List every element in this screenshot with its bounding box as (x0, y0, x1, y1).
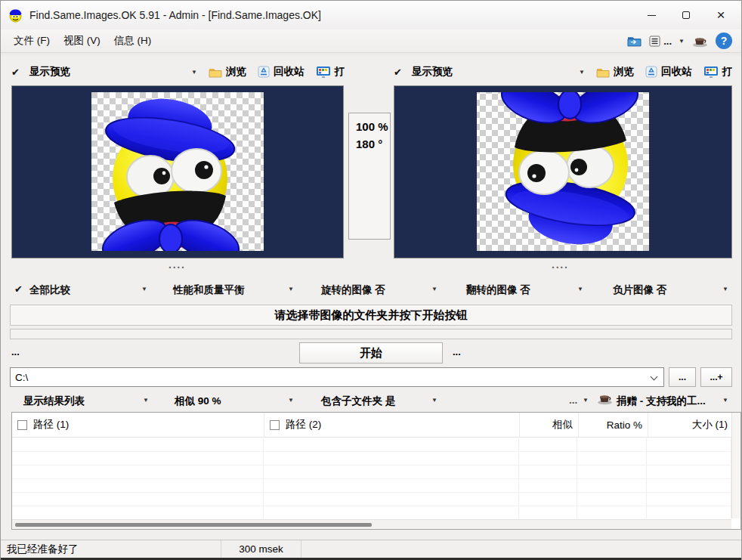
splitter-grip-right[interactable]: ···· (552, 261, 569, 274)
subfolders-dropdown[interactable]: 包含子文件夹 是 (321, 394, 395, 408)
folder-icon (596, 67, 610, 78)
quick-menu-label[interactable]: ... (663, 36, 672, 47)
column-ratio-label: Ratio % (607, 419, 642, 431)
open-left-button[interactable]: 打 (316, 65, 345, 79)
help-icon[interactable]: ? (716, 32, 732, 49)
table-vertical-scrollbar[interactable] (731, 413, 740, 518)
start-button[interactable]: 开始 (299, 342, 443, 364)
flipped-images-dropdown[interactable]: 翻转的图像 否 (466, 283, 530, 297)
recycle-label: 回收站 (661, 65, 692, 79)
donate-dropdown[interactable]: 捐赠 - 支持我的工... (617, 394, 706, 408)
table-row[interactable] (12, 479, 731, 493)
compare-mode-dropdown[interactable]: 全部比较 (29, 283, 70, 297)
column-size-label: 大小 (1) (692, 418, 728, 432)
browse-left-button[interactable]: 浏览 (209, 65, 246, 79)
table-row[interactable] (12, 452, 731, 466)
table-horizontal-scrollbar[interactable] (12, 519, 731, 529)
add-folder-button[interactable]: ...+ (700, 367, 732, 387)
check-icon: ✔ (14, 283, 23, 295)
minimize-icon (648, 15, 656, 16)
column-path1[interactable]: 路径 (1) (12, 413, 264, 437)
similarity-dropdown[interactable]: 相似 90 % (175, 394, 221, 408)
menu-file[interactable]: 文件 (F) (7, 31, 57, 51)
checkbox-icon[interactable] (270, 420, 280, 430)
checkbox-icon[interactable] (17, 420, 27, 430)
recycle-left-button[interactable]: 回收站 (258, 65, 305, 79)
recycle-label: 回收站 (274, 65, 305, 79)
results-options-row: 显示结果列表 ▼ 相似 90 % ▼ 包含子文件夹 是 ▼ ... ▼ 捐赠 -… (1, 389, 741, 412)
list-icon[interactable] (649, 36, 661, 47)
column-size[interactable]: 大小 (1) (648, 413, 733, 437)
quality-dropdown[interactable]: 性能和质量平衡 (173, 283, 245, 297)
table-row[interactable] (12, 493, 731, 506)
column-path2-label: 路径 (2) (286, 418, 321, 432)
chevron-down-icon[interactable]: ▼ (143, 397, 149, 404)
check-icon: ✔ (394, 67, 402, 78)
preview-toolbar-left: ✔ 显示预览 ▼ 浏览 回收站 (11, 58, 345, 85)
menu-info[interactable]: 信息 (H) (107, 31, 159, 51)
chevron-down-icon[interactable]: ▼ (431, 286, 437, 292)
browse-folder-button[interactable]: ... (669, 367, 696, 387)
table-body (12, 438, 731, 518)
chevron-down-icon[interactable]: ▼ (722, 397, 728, 404)
chevron-down-icon[interactable]: ▼ (431, 397, 437, 404)
viewer-info-column: 100 % 180 ° (345, 85, 393, 258)
results-table: 路径 (1) 路径 (2) 相似 Ratio % 大小 (1) (11, 412, 741, 530)
rotated-images-dropdown[interactable]: 旋转的图像 否 (321, 283, 385, 297)
table-row[interactable] (12, 438, 731, 452)
scrollbar-thumb[interactable] (15, 523, 372, 527)
preview-panel-left[interactable] (11, 85, 344, 258)
window-title: Find.Same.Images.OK 5.91 - Admin - [Find… (29, 9, 321, 21)
close-button[interactable]: × (703, 3, 738, 27)
recycle-bin-icon (258, 66, 270, 78)
menu-view[interactable]: 视图 (V) (57, 31, 107, 51)
close-icon: × (716, 7, 725, 23)
browse-right-button[interactable]: 浏览 (596, 65, 634, 79)
chevron-down-icon[interactable]: ▼ (191, 69, 197, 76)
blue-folder-icon[interactable] (626, 35, 642, 47)
chevron-down-icon[interactable]: ▼ (288, 397, 294, 404)
coffee-cup-icon[interactable] (691, 35, 709, 48)
chevron-down-icon[interactable]: ▼ (577, 286, 583, 292)
more-options-label[interactable]: ... (569, 394, 577, 406)
minimize-button[interactable] (634, 3, 669, 27)
path-row: ... ...+ (10, 367, 732, 387)
maximize-button[interactable] (669, 3, 703, 27)
open-right-button[interactable]: 打 (703, 65, 733, 79)
instruction-message: 请选择带图像的文件夹并按下开始按钮 (10, 305, 732, 326)
right-status-dots: ... (453, 346, 461, 357)
compare-options-row: ✔ 全部比较 ▼ 性能和质量平衡 ▼ 旋转的图像 否 ▼ 翻转的图像 否 ▼ 负… (1, 279, 741, 302)
coffee-cup-icon[interactable] (596, 392, 614, 405)
show-preview-right-dropdown[interactable]: 显示预览 (412, 65, 453, 79)
quick-menu-dropdown-icon[interactable]: ▼ (679, 38, 685, 45)
preview-toolbar-right: ✔ 显示预览 ▼ 浏览 回收站 (394, 58, 732, 85)
show-results-dropdown[interactable]: 显示结果列表 (23, 394, 85, 408)
recycle-right-button[interactable]: 回收站 (645, 65, 692, 79)
monitor-icon (703, 66, 719, 79)
menu-bar: 文件 (F) 视图 (V) 信息 (H) ... ▼ ? (1, 29, 741, 52)
chevron-down-icon[interactable]: ▼ (722, 286, 728, 292)
open-label: 打 (722, 65, 733, 79)
rotation-value: 180 ° (356, 136, 390, 153)
chevron-down-icon[interactable]: ▼ (141, 286, 147, 292)
status-ready: 我已经准备好了 (1, 540, 221, 558)
status-elapsed-time: 300 msek (221, 540, 301, 558)
column-ratio[interactable]: Ratio % (579, 413, 648, 437)
column-path2[interactable]: 路径 (2) (264, 413, 520, 437)
table-row[interactable] (12, 506, 731, 518)
browse-label: 浏览 (614, 65, 634, 79)
check-icon: ✔ (11, 67, 20, 78)
chevron-down-icon[interactable]: ▼ (579, 69, 585, 76)
folder-path-input[interactable] (11, 368, 663, 386)
recycle-bin-icon (645, 66, 657, 78)
show-preview-left-dropdown[interactable]: 显示预览 (29, 65, 70, 79)
table-row[interactable] (12, 466, 731, 479)
table-header: 路径 (1) 路径 (2) 相似 Ratio % 大小 (1) (12, 413, 740, 438)
chevron-down-icon[interactable]: ▼ (288, 286, 294, 292)
folder-path-combobox[interactable] (10, 367, 664, 387)
negative-images-dropdown[interactable]: 负片图像 否 (613, 283, 666, 297)
splitter-grip-left[interactable]: ···· (168, 261, 186, 274)
preview-panel-right[interactable] (394, 85, 732, 258)
chevron-down-icon[interactable]: ▼ (583, 397, 589, 404)
column-similar[interactable]: 相似 (520, 413, 579, 437)
